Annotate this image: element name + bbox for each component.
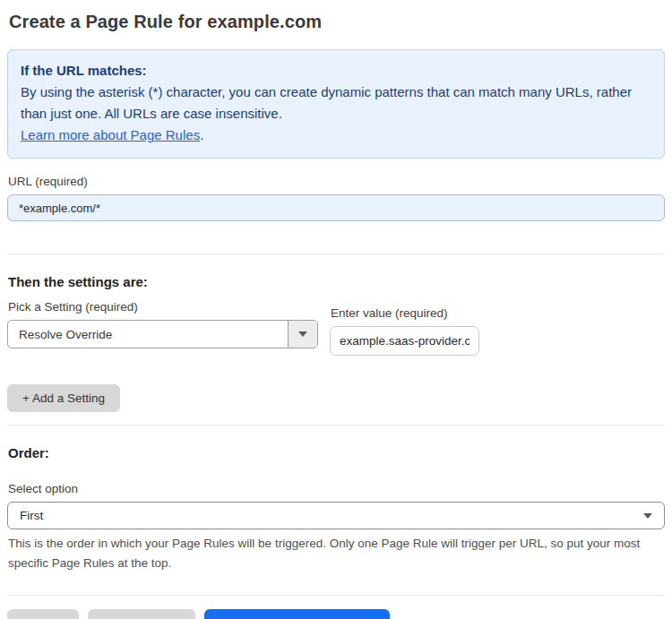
- order-select-label: Select option: [8, 482, 665, 495]
- info-box-link-line: Learn more about Page Rules.: [21, 125, 651, 146]
- footer-actions: Cancel Save as Draft Save and Deploy Pag…: [7, 609, 665, 619]
- setting-dropdown[interactable]: Resolve Override: [7, 320, 318, 348]
- order-help-text: This is the order in which your Page Rul…: [8, 534, 653, 573]
- info-box-heading: If the URL matches:: [21, 60, 651, 82]
- footer-divider: [7, 595, 665, 596]
- chevron-down-icon: [298, 331, 307, 337]
- add-setting-button[interactable]: + Add a Setting: [7, 384, 120, 412]
- url-field-label: URL (required): [8, 175, 665, 188]
- save-and-deploy-button[interactable]: Save and Deploy Page Rule: [204, 609, 391, 619]
- setting-value-column: Enter value (required): [330, 306, 479, 356]
- link-period: .: [200, 127, 203, 142]
- page-title: Create a Page Rule for example.com: [9, 12, 665, 32]
- setting-value-input[interactable]: [330, 326, 479, 356]
- url-input[interactable]: [7, 194, 665, 221]
- create-page-rule-form: Create a Page Rule for example.com If th…: [0, 12, 672, 619]
- settings-section-heading: Then the settings are:: [8, 274, 665, 289]
- order-select[interactable]: First: [7, 502, 665, 529]
- section-divider: [7, 425, 665, 426]
- order-section-heading: Order:: [8, 445, 665, 460]
- setting-dropdown-arrow-button[interactable]: [288, 321, 317, 348]
- info-box-body: By using the asterisk (*) character, you…: [21, 82, 651, 125]
- section-divider: [7, 254, 665, 254]
- url-match-info-box: If the URL matches: By using the asteris…: [7, 49, 665, 159]
- setting-value-label: Enter value (required): [331, 306, 479, 320]
- order-select-value: First: [20, 509, 43, 522]
- setting-picker-column: Pick a Setting (required) Resolve Overri…: [7, 300, 318, 348]
- cancel-button[interactable]: Cancel: [7, 609, 79, 619]
- chevron-down-icon: [643, 513, 652, 519]
- learn-more-link[interactable]: Learn more about Page Rules: [21, 127, 200, 142]
- save-as-draft-button[interactable]: Save as Draft: [88, 609, 195, 619]
- setting-dropdown-value: Resolve Override: [8, 328, 288, 341]
- settings-row: Pick a Setting (required) Resolve Overri…: [7, 300, 665, 356]
- setting-picker-label: Pick a Setting (required): [8, 300, 318, 314]
